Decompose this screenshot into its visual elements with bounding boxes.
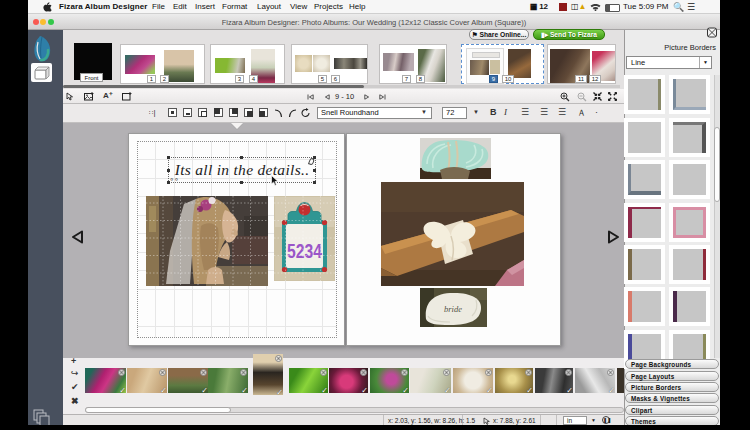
svg-text:5234: 5234 (287, 239, 322, 262)
svg-text:bride: bride (444, 304, 462, 314)
